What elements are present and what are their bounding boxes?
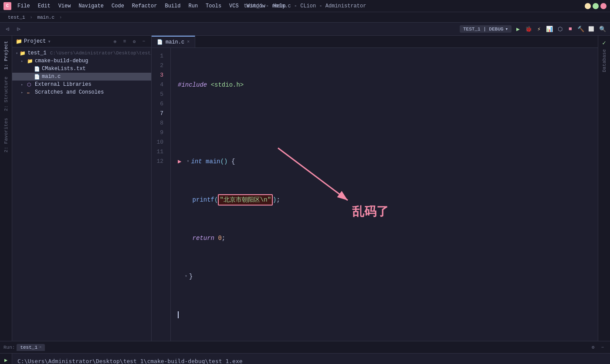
debug-button[interactable]: 🐞: [524, 24, 533, 34]
ext-lib-arrow: ▸: [21, 82, 25, 87]
editor-tab-bar: 📄 main.c ×: [152, 36, 598, 48]
stop-button[interactable]: ■: [566, 24, 575, 34]
cmake-build-debug-item[interactable]: ▸ 📁 cmake-build-debug: [12, 57, 151, 65]
fold-icon-3[interactable]: ▾: [186, 157, 189, 166]
search-everywhere-button[interactable]: 🔍: [598, 24, 607, 34]
window-title: test_1 - main.c - CLion - Administrator: [244, 3, 366, 9]
valgrind-button[interactable]: ⬡: [555, 24, 565, 34]
menu-edit[interactable]: Edit: [34, 2, 54, 10]
folder-icon: 📁: [16, 38, 22, 45]
run-button[interactable]: ▶: [513, 24, 523, 34]
profile-button[interactable]: 📊: [545, 24, 554, 34]
main-area: 1: Project 2: Structure 2: Favorites 📁 P…: [0, 36, 610, 341]
window-controls: − □ ×: [585, 3, 607, 9]
app-icon: C: [3, 2, 11, 10]
menu-tools[interactable]: Tools: [202, 2, 225, 10]
run-tab-close[interactable]: ×: [39, 345, 41, 350]
project-panel-label[interactable]: 1: Project: [3, 39, 10, 71]
line-numbers: 1 2 3 4 5 6 7 8 9 10 11 12: [152, 48, 171, 341]
external-libraries-item[interactable]: ▸ ⬡ External Libraries: [12, 81, 151, 88]
code-editor[interactable]: #include <stdio.h> ▶ ▾ int main() { prin…: [171, 48, 598, 341]
minimize-button[interactable]: −: [585, 3, 591, 9]
bottom-panel-icons: ⚙ −: [589, 344, 607, 351]
menu-view[interactable]: View: [55, 2, 75, 10]
line-num-6: 6: [152, 99, 167, 109]
bottom-content: ▶ ↓ ⊞ ↩ ↑ 📌 🗑 C:\Users\Administrator\Des…: [0, 354, 610, 364]
minimize-panel-button[interactable]: −: [599, 344, 607, 351]
code-line-2: [178, 118, 591, 128]
ext-lib-label: External Libraries: [35, 81, 92, 88]
locate-file-button[interactable]: ⊕: [111, 37, 119, 45]
breadcrumb: test_1 › main.c ›: [3, 14, 68, 21]
line-num-9: 9: [152, 128, 167, 138]
tree-root-item[interactable]: ▾ 📁 test_1 C:\Users\Administrator\Deskto…: [12, 49, 151, 57]
line-num-3: 3: [152, 71, 167, 80]
line-num-5: 5: [152, 90, 167, 99]
code-line-3: ▶ ▾ int main() {: [178, 157, 591, 166]
mainc-item[interactable]: ▸ 📄 main.c: [12, 73, 151, 81]
panel-labels-left: 1: Project 2: Structure 2: Favorites: [0, 36, 12, 341]
menu-run[interactable]: Run: [185, 2, 201, 10]
expand-button[interactable]: ⬜: [586, 24, 596, 34]
root-folder-icon: 📁: [20, 51, 26, 56]
back-button[interactable]: ◁: [3, 24, 12, 34]
coverage-button[interactable]: ⚡: [534, 24, 544, 34]
scratches-item[interactable]: ▸ ✏ Scratches and Consoles: [12, 88, 151, 96]
collapse-all-button[interactable]: ≡: [121, 37, 129, 45]
menu-vcs[interactable]: VCS: [226, 2, 242, 10]
breadcrumb-file: main.c: [37, 15, 54, 20]
code-container: 1 2 3 4 5 6 7 8 9 10 11 12 #include <std…: [152, 48, 598, 341]
settings-button[interactable]: ⚙: [589, 344, 597, 351]
line-num-4: 4: [152, 80, 167, 90]
bottom-tab-bar: Run: test_1 × ⚙ −: [0, 341, 610, 354]
code-line-1: #include <stdio.h>: [178, 80, 591, 90]
check-mark: ✓: [602, 39, 606, 47]
structure-panel-label[interactable]: 2: Structure: [3, 75, 10, 113]
toolbar: ◁ ▷ TEST_1 | DEBUG ▾ ▶ 🐞 ⚡ 📊 ⬡ ■ 🔨 ⬜ 🔍: [0, 23, 610, 36]
line-num-8: 8: [152, 118, 167, 128]
line-num-10: 10: [152, 138, 167, 147]
menu-code[interactable]: Code: [108, 2, 128, 10]
scratches-arrow: ▸: [21, 90, 25, 95]
hide-panel-button[interactable]: −: [140, 37, 148, 45]
code-line-5: return 0;: [178, 233, 591, 243]
debug-arrow: ▶: [178, 157, 181, 166]
root-path: C:\Users\Administrator\Desktop\test_1: [50, 51, 151, 56]
root-arrow: ▾: [16, 51, 18, 56]
close-button[interactable]: ×: [600, 3, 607, 9]
printf-string-highlight: "北京市朝阳区\n": [218, 194, 273, 206]
run-label: Run:: [3, 345, 15, 350]
menu-navigate[interactable]: Navigate: [75, 2, 107, 10]
line-num-12: 12: [152, 157, 167, 166]
run-configuration[interactable]: TEST_1 | DEBUG ▾: [460, 25, 512, 33]
code-line-6: ▾ }: [178, 272, 591, 281]
cursor: [178, 311, 179, 318]
run-tab[interactable]: test_1 ×: [17, 344, 45, 351]
mainc-icon: 📄: [34, 74, 40, 80]
line-num-11: 11: [152, 147, 167, 157]
fold-icon-6[interactable]: ▾: [185, 272, 187, 281]
cmakelists-item[interactable]: ▸ 📄 CMakeLists.txt: [12, 65, 151, 73]
file-tab-bar: test_1 › main.c ›: [0, 12, 610, 23]
forward-button[interactable]: ▷: [14, 24, 24, 34]
rerun-button[interactable]: ▶: [1, 355, 11, 364]
project-dropdown-arrow[interactable]: ▾: [47, 38, 51, 45]
editor-tab-close[interactable]: ×: [187, 40, 190, 44]
project-header-icons: ⊕ ≡ ⚙ −: [111, 37, 148, 45]
build-button[interactable]: 🔨: [576, 24, 586, 34]
project-settings-button[interactable]: ⚙: [130, 37, 138, 45]
terminal-path-line: C:\Users\Administrator\Desktop\test_1\cm…: [17, 357, 605, 364]
menu-refactor[interactable]: Refactor: [129, 2, 161, 10]
menu-file[interactable]: File: [14, 2, 34, 10]
editor-tab-icon: 📄: [157, 39, 163, 45]
bottom-left-tools: ▶ ↓ ⊞ ↩ ↑ 📌 🗑: [0, 354, 12, 364]
run-config-dropdown: ▾: [505, 26, 508, 32]
editor-tab-mainc[interactable]: 📄 main.c ×: [152, 36, 195, 47]
maximize-button[interactable]: □: [593, 3, 599, 9]
database-label[interactable]: Database: [600, 47, 609, 75]
project-label: Project: [24, 38, 46, 44]
code-line-7: [178, 310, 591, 320]
project-panel-header: 📁 Project ▾ ⊕ ≡ ⚙ −: [12, 36, 151, 47]
menu-build[interactable]: Build: [161, 2, 184, 10]
favorites-label[interactable]: 2: Favorites: [3, 116, 10, 154]
